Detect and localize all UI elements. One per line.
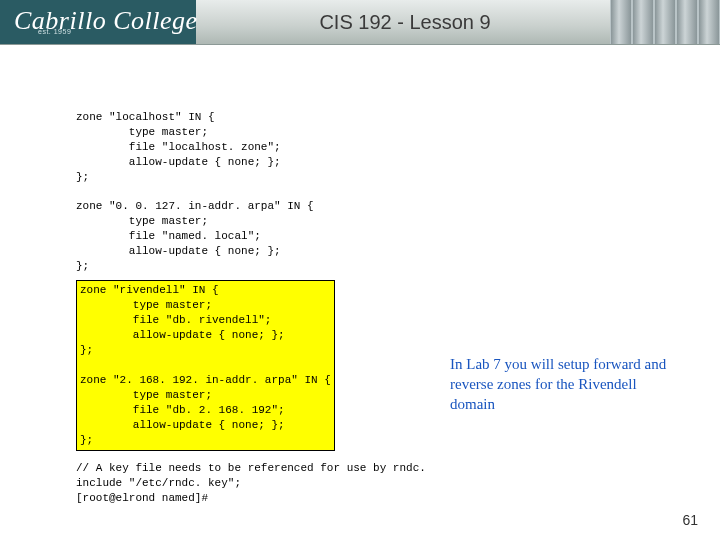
- code-block-highlight: zone "rivendell" IN { type master; file …: [80, 283, 331, 448]
- annotation-note: In Lab 7 you will setup forward and reve…: [450, 354, 680, 414]
- logo-subtext: est. 1959: [38, 28, 71, 35]
- highlighted-code-block: zone "rivendell" IN { type master; file …: [76, 280, 335, 451]
- header-photo: [610, 0, 720, 44]
- code-block-3: // A key file needs to be referenced for…: [76, 461, 656, 506]
- code-block-2: zone "0. 0. 127. in-addr. arpa" IN { typ…: [76, 199, 656, 274]
- slide-header: Cabrillo College est. 1959 CIS 192 - Les…: [0, 0, 720, 45]
- slide-content: zone "localhost" IN { type master; file …: [76, 110, 656, 506]
- page-number: 61: [682, 512, 698, 528]
- slide-title: CIS 192 - Lesson 9: [210, 0, 600, 44]
- code-block-1: zone "localhost" IN { type master; file …: [76, 110, 656, 185]
